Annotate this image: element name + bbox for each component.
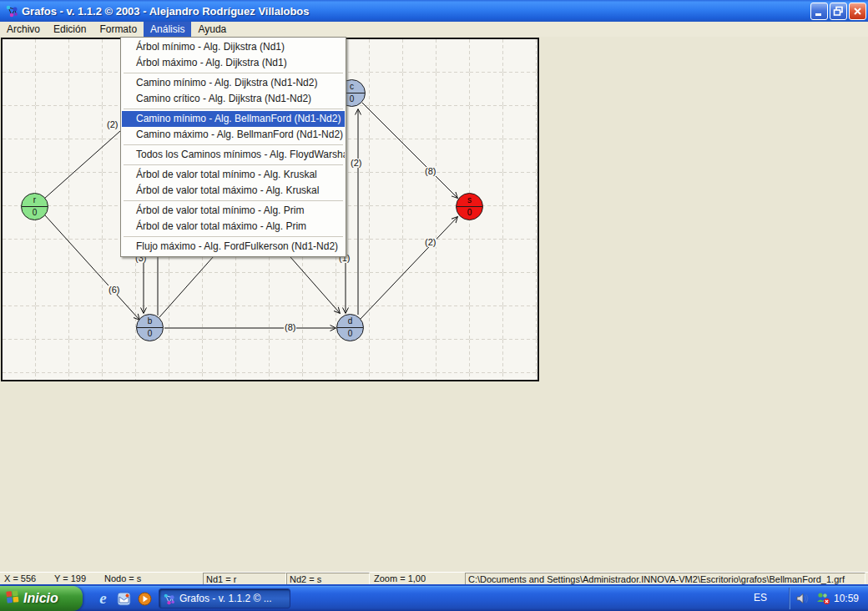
status-nodo: Nodo = s [104, 573, 141, 584]
internet-explorer-icon[interactable]: e [93, 588, 113, 608]
menu-separator [124, 236, 343, 237]
menu-archivo[interactable]: Archivo [0, 22, 47, 37]
status-file-path: C:\Documents and Settings\Administrador.… [465, 573, 865, 585]
media-player-icon[interactable] [135, 588, 154, 608]
language-indicator[interactable]: ES [754, 592, 767, 603]
edge-weight-label: (2) [106, 120, 119, 129]
menu-separator [124, 164, 343, 165]
menu-formato[interactable]: Formato [93, 22, 144, 37]
menu-analisis[interactable]: Análisis [144, 22, 191, 37]
node-value: 0 [22, 207, 48, 220]
status-nd1: Nd1 = r [203, 573, 286, 585]
node-value: 0 [137, 328, 163, 341]
menu-item-prim-maximo[interactable]: Árbol de valor total máximo - Alg. Prim [122, 219, 345, 235]
start-button[interactable]: Inicio [0, 586, 83, 611]
graph-node-b[interactable]: b 0 [136, 314, 164, 341]
minimize-button[interactable] [810, 3, 828, 20]
graph-node-s[interactable]: s 0 [456, 193, 483, 220]
menu-separator [124, 144, 343, 145]
node-value: 0 [457, 207, 482, 220]
tray-divider [789, 588, 790, 609]
status-nd2: Nd2 = s [286, 573, 370, 585]
edge-weight-label: (8) [424, 167, 437, 176]
menu-bar: ArchivoEdiciónFormatoAnálisisAyuda [0, 22, 868, 37]
node-label: s [457, 194, 482, 207]
windows-flag-icon [6, 590, 19, 607]
menu-edicion[interactable]: Edición [47, 22, 93, 37]
menu-item-camino-critico-dijkstra[interactable]: Camino crítico - Alg. Dijkstra (Nd1-Nd2) [122, 91, 345, 107]
restore-button[interactable] [830, 3, 847, 20]
status-bar: X = 556 Y = 199 Nodo = s Nd1 = r Nd2 = s… [0, 572, 868, 585]
graph-node-d[interactable]: d 0 [336, 314, 364, 341]
menu-separator [124, 73, 343, 73]
menu-ayuda[interactable]: Ayuda [191, 22, 233, 37]
taskbar-clock[interactable]: 10:59 [834, 593, 859, 604]
taskbar-button-label: Grafos - v. 1.1.2 © ... [179, 593, 272, 604]
edge-weight-label: (2) [424, 238, 437, 247]
app-grafos-icon [5, 4, 18, 18]
outlook-express-icon[interactable] [114, 588, 134, 608]
menu-separator [124, 200, 343, 201]
menu-item-floydwarshall[interactable]: Todos los Caminos mínimos - Alg. FloydWa… [122, 147, 345, 163]
close-button[interactable] [849, 3, 866, 20]
menu-item-fordfulkerson[interactable]: Flujo máximo - Alg. FordFulkerson (Nd1-N… [122, 239, 345, 255]
menu-item-kruskal-maximo[interactable]: Árbol de valor total máximo - Alg. Krusk… [122, 183, 345, 199]
menu-item-arbol-minimo-dijkstra[interactable]: Árbol mínimo - Alg. Dijkstra (Nd1) [122, 39, 345, 55]
status-x: X = 556 [4, 573, 36, 584]
menu-item-camino-minimo-bellmanford[interactable]: Camino mínimo - Alg. BellmanFord (Nd1-Nd… [122, 111, 345, 127]
graph-node-r[interactable]: r 0 [21, 193, 48, 220]
node-value: 0 [337, 328, 363, 341]
node-label: d [337, 315, 363, 328]
window-title: Grafos - v. 1.1.2 © 2003 - Alejandro Rod… [22, 5, 310, 18]
messenger-offline-icon[interactable] [815, 592, 830, 608]
volume-icon[interactable] [795, 592, 810, 608]
menu-item-kruskal-minimo[interactable]: Árbol de valor total mínimo - Alg. Krusk… [122, 167, 345, 183]
taskbar: Inicio e [0, 586, 868, 611]
app-grafos-icon [163, 593, 175, 605]
node-label: r [22, 194, 48, 207]
start-button-label: Inicio [23, 591, 58, 606]
edge-weight-label: (6) [108, 285, 120, 295]
analisis-menu-popup: Árbol mínimo - Alg. Dijkstra (Nd1) Árbol… [120, 37, 346, 257]
status-y: Y = 199 [54, 573, 86, 584]
edge-weight-label: (8) [284, 323, 296, 332]
desktop-screen: Grafos - v. 1.1.2 © 2003 - Alejandro Rod… [0, 0, 868, 611]
menu-item-camino-maximo-bellmanford[interactable]: Camino máximo - Alg. BellmanFord (Nd1-Nd… [122, 127, 345, 143]
title-bar: Grafos - v. 1.1.2 © 2003 - Alejandro Rod… [0, 0, 868, 22]
node-label: b [137, 315, 163, 328]
taskbar-grafos-button[interactable]: Grafos - v. 1.1.2 © ... [159, 588, 290, 608]
status-zoom: Zoom = 1,00 [374, 573, 426, 584]
menu-item-arbol-maximo-dijkstra[interactable]: Árbol máximo - Alg. Dijkstra (Nd1) [122, 55, 345, 71]
menu-separator [124, 109, 343, 109]
menu-item-camino-minimo-dijkstra[interactable]: Camino mínimo - Alg. Dijkstra (Nd1-Nd2) [122, 75, 345, 91]
edge-weight-label: (2) [350, 159, 362, 168]
menu-item-prim-minimo[interactable]: Árbol de valor total mínimo - Alg. Prim [122, 203, 345, 219]
